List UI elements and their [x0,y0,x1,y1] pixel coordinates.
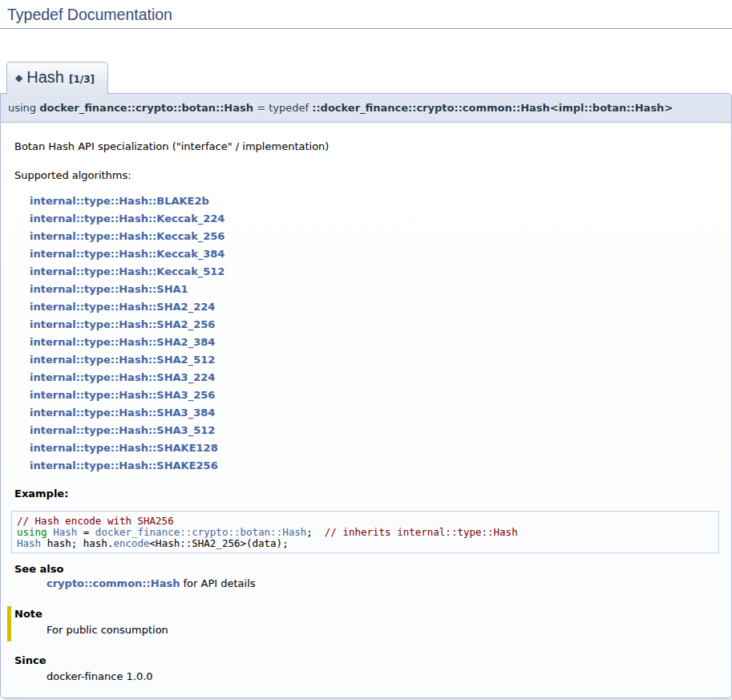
code-plain: hash; hash. [41,537,113,549]
list-item: internal::type::Hash::SHA2_224 [30,298,719,316]
list-item: internal::type::Hash::Keccak_224 [30,210,719,228]
see-also-suffix: for API details [180,577,255,589]
algorithm-link[interactable]: internal::type::Hash::SHA3_256 [30,389,215,401]
list-item: internal::type::Hash::SHA2_384 [30,334,719,351]
description-text: Botan Hash API specialization ("interfac… [14,140,719,153]
algorithm-link[interactable]: internal::type::Hash::SHAKE256 [30,459,218,471]
code-line: using Hash = docker_finance::crypto::bot… [17,527,714,538]
code-link-botan-hash[interactable]: docker_finance::crypto::botan::Hash [95,526,306,538]
algorithm-link[interactable]: internal::type::Hash::SHA3_224 [30,371,215,383]
list-item: internal::type::Hash::SHA3_224 [30,369,719,386]
code-plain: ; [306,526,325,538]
supported-algorithms-label: Supported algorithms: [14,169,719,182]
section-heading: Typedef Documentation [0,0,732,29]
see-also-content: crypto::common::Hash for API details [47,577,719,590]
note-text: For public consumption [47,624,719,637]
list-item: internal::type::Hash::SHA2_512 [30,351,719,369]
proto-keyword: using [8,102,39,114]
since-section: Since docker-finance 1.0.0 [14,654,719,683]
see-also-label: See also [14,563,719,576]
list-item: internal::type::Hash::Keccak_512 [30,263,719,281]
typedef-member-hash: ◆Hash[1/3] using docker_finance::crypto:… [0,62,732,698]
since-label: Since [14,654,719,667]
member-documentation: Botan Hash API specialization ("interfac… [0,123,732,698]
example-label: Example: [14,488,719,500]
note-section: Note For public consumption [7,606,719,641]
proto-equals-typedef: = typedef [253,102,312,114]
note-label: Note [14,608,719,621]
list-item: internal::type::Hash::SHA1 [30,281,719,298]
code-comment: // inherits internal::type::Hash [325,526,518,538]
list-item: internal::type::Hash::SHA2_256 [30,316,719,334]
algorithm-list: internal::type::Hash::BLAKE2b internal::… [30,192,719,475]
list-item: internal::type::Hash::Keccak_384 [30,245,719,263]
anchor-diamond-icon[interactable]: ◆ [15,72,22,83]
list-item: internal::type::Hash::SHA3_256 [30,386,719,404]
algorithm-link[interactable]: internal::type::Hash::SHA2_256 [30,318,215,330]
algorithm-link[interactable]: internal::type::Hash::BLAKE2b [30,195,209,207]
since-text: docker-finance 1.0.0 [47,670,719,683]
algorithm-link[interactable]: internal::type::Hash::Keccak_512 [30,265,224,277]
code-link-hash[interactable]: Hash [53,526,77,538]
algorithm-link[interactable]: internal::type::Hash::SHA3_512 [30,424,215,436]
algorithm-link[interactable]: internal::type::Hash::SHA1 [30,283,188,295]
code-line: // Hash encode with SHA256 [17,516,714,527]
algorithm-link[interactable]: internal::type::Hash::Keccak_384 [30,248,224,260]
code-plain: <Hash::SHA2_256>(data); [150,537,289,549]
list-item: internal::type::Hash::SHAKE256 [30,457,719,475]
code-comment: // Hash encode with SHA256 [17,515,174,527]
list-item: internal::type::Hash::Keccak_256 [30,228,719,245]
list-item: internal::type::Hash::SHA3_384 [30,404,719,422]
crypto-common-hash-link[interactable]: crypto::common::Hash [47,577,180,589]
member-prototype: using docker_finance::crypto::botan::Has… [0,93,732,123]
list-item: internal::type::Hash::BLAKE2b [30,192,719,210]
code-line: Hash hash; hash.encode<Hash::SHA2_256>(d… [17,538,714,549]
algorithm-link[interactable]: internal::type::Hash::SHA2_384 [30,336,215,348]
overload-count-badge: [1/3] [69,74,95,85]
algorithm-link[interactable]: internal::type::Hash::Keccak_256 [30,230,224,242]
algorithm-link[interactable]: internal::type::Hash::SHA2_224 [30,301,215,313]
list-item: internal::type::Hash::SHA3_512 [30,422,719,439]
algorithm-link[interactable]: internal::type::Hash::Keccak_224 [30,212,224,225]
member-name: Hash [26,68,64,86]
code-keyword-using: using [17,526,47,538]
algorithm-link[interactable]: internal::type::Hash::SHAKE128 [30,442,218,454]
proto-target-type: ::docker_finance::crypto::common::Hash<i… [312,102,673,114]
list-item: internal::type::Hash::SHAKE128 [30,439,719,457]
proto-typedef-name: docker_finance::crypto::botan::Hash [39,102,253,114]
code-fragment: // Hash encode with SHA256 using Hash = … [11,511,719,553]
see-also-section: See also crypto::common::Hash for API de… [14,563,719,590]
code-plain: = [77,526,95,538]
code-link-encode[interactable]: encode [113,537,149,549]
algorithm-link[interactable]: internal::type::Hash::SHA3_384 [30,407,215,419]
code-link-hash[interactable]: Hash [17,537,41,549]
member-title-tab: ◆Hash[1/3] [6,62,108,94]
algorithm-link[interactable]: internal::type::Hash::SHA2_512 [30,354,215,366]
